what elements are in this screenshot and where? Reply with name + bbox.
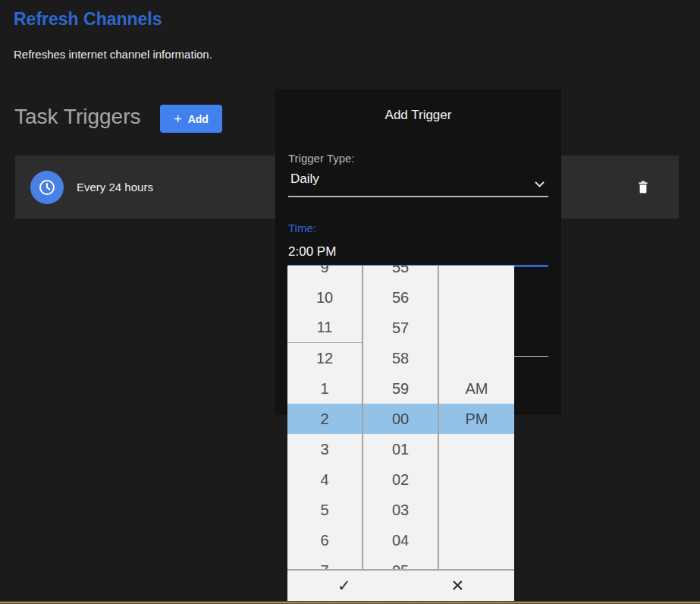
section-title: Task Triggers (14, 105, 141, 129)
ampm-option-empty (439, 343, 514, 373)
hour-option-11[interactable]: 11 (287, 313, 362, 343)
ampm-option-AM[interactable]: AM (439, 373, 514, 404)
minute-option-04[interactable]: 04 (363, 525, 438, 555)
hour-option-12[interactable]: 12 (287, 343, 362, 373)
window-bottom-border (0, 601, 700, 604)
minute-option-03[interactable]: 03 (363, 495, 438, 525)
page-description: Refreshes internet channel information. (14, 48, 212, 61)
plus-icon: + (174, 112, 182, 126)
trigger-type-underline (288, 196, 548, 197)
page-title: Refresh Channels (14, 9, 162, 30)
hour-option-1[interactable]: 1 (287, 373, 362, 404)
minute-column[interactable]: 5556575859000102030405 (363, 266, 439, 601)
clock-icon (37, 178, 57, 197)
minute-list: 5556575859000102030405 (363, 266, 438, 586)
minute-option-59[interactable]: 59 (363, 373, 438, 404)
ampm-option-empty (439, 282, 514, 313)
minute-option-00[interactable]: 00 (363, 404, 438, 434)
trigger-type-select[interactable]: Daily (290, 171, 533, 187)
chevron-down-icon[interactable] (535, 177, 545, 190)
trigger-row-label: Every 24 hours (77, 156, 153, 219)
minute-option-55[interactable]: 55 (363, 266, 438, 282)
ampm-list: AMPM (439, 266, 514, 586)
hour-option-4[interactable]: 4 (287, 464, 362, 495)
hour-column[interactable]: 91011121234567 (287, 266, 363, 601)
ampm-option-empty (439, 495, 514, 525)
confirm-time-button[interactable]: ✓ (287, 571, 401, 601)
clock-badge (30, 171, 64, 204)
trash-icon (635, 179, 651, 196)
hour-option-3[interactable]: 3 (287, 434, 362, 464)
time-picker-flyout: 91011121234567 5556575859000102030405 AM… (287, 266, 514, 601)
minute-option-58[interactable]: 58 (363, 343, 438, 373)
hour-option-5[interactable]: 5 (287, 495, 362, 525)
ampm-column[interactable]: AMPM (439, 266, 514, 601)
ampm-option-empty (439, 266, 514, 282)
close-icon: ✕ (450, 577, 464, 595)
add-button-label: Add (188, 113, 209, 125)
hour-list: 91011121234567 (287, 266, 362, 586)
minute-option-01[interactable]: 01 (363, 434, 438, 464)
dialog-title: Add Trigger (275, 108, 561, 123)
ampm-option-PM[interactable]: PM (439, 404, 514, 434)
time-picker-footer: ✓ ✕ (287, 569, 514, 601)
ampm-option-empty (439, 525, 514, 555)
ampm-option-empty (439, 434, 514, 464)
cancel-time-button[interactable]: ✕ (401, 571, 515, 601)
hour-option-2[interactable]: 2 (287, 404, 362, 434)
add-trigger-button[interactable]: + Add (160, 105, 222, 133)
minute-option-02[interactable]: 02 (363, 464, 438, 495)
checkmark-icon: ✓ (337, 577, 351, 595)
ampm-option-empty (439, 464, 514, 495)
minute-option-57[interactable]: 57 (363, 313, 438, 343)
minute-option-56[interactable]: 56 (363, 282, 438, 313)
time-label: Time: (288, 222, 316, 234)
trigger-type-label: Trigger Type: (288, 152, 355, 165)
ampm-option-empty (439, 313, 514, 343)
hour-option-9[interactable]: 9 (287, 266, 362, 282)
page: Refresh Channels Refreshes internet chan… (0, 0, 700, 604)
delete-trigger-button[interactable] (635, 156, 651, 219)
hour-option-6[interactable]: 6 (287, 525, 362, 555)
hour-option-10[interactable]: 10 (287, 282, 362, 313)
time-input[interactable]: 2:00 PM (288, 244, 531, 260)
